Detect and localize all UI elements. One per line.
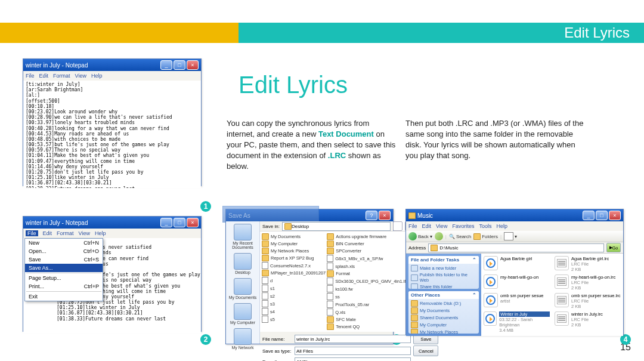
close-icon[interactable]: ×: [187, 218, 199, 227]
list-item[interactable]: d: [262, 277, 326, 284]
screenshot-explorer-music: Music _ □ × File Edit View Favorites Too…: [405, 209, 624, 335]
places-item[interactable]: My Recent Documents: [227, 224, 258, 249]
file-icon: [327, 308, 333, 316]
places-item[interactable]: My Computer: [227, 303, 258, 325]
filemenu-item[interactable]: SaveCtrl+S: [25, 255, 103, 264]
menu-format[interactable]: Format: [53, 73, 70, 79]
minimize-icon[interactable]: _: [160, 60, 172, 70]
places-item[interactable]: My Network: [227, 328, 258, 350]
filemenu-item[interactable]: Exit: [25, 292, 103, 301]
section-header: Edit Lyrics: [239, 23, 644, 43]
list-item[interactable]: My Network Places: [262, 248, 326, 254]
encoding-dropdown[interactable]: [295, 357, 411, 361]
accent-bar-left: [0, 23, 239, 43]
menu-edit[interactable]: Edit: [43, 230, 52, 236]
menu-tools[interactable]: Tools: [479, 223, 491, 229]
menu-edit[interactable]: Edit: [39, 73, 49, 79]
menu-view[interactable]: View: [75, 73, 86, 79]
maximize-icon[interactable]: □: [174, 218, 185, 227]
close-icon[interactable]: ×: [609, 211, 621, 220]
file-icon: [262, 292, 268, 300]
menu-help[interactable]: Help: [91, 73, 103, 79]
views-button[interactable]: ▾: [504, 232, 517, 240]
task-link[interactable]: Share this folder: [411, 283, 476, 289]
filename-input[interactable]: [295, 335, 411, 343]
file-menu-dropdown: NewCtrl+NOpen...Ctrl+OSaveCtrl+SSave As.…: [24, 238, 103, 301]
place-icon: [234, 224, 252, 240]
menu-view[interactable]: View: [436, 223, 447, 229]
place-icon: [234, 278, 252, 295]
minimize-icon[interactable]: _: [160, 218, 172, 227]
place-link[interactable]: My Computer: [411, 322, 476, 328]
menu-file[interactable]: File: [26, 73, 35, 79]
list-item[interactable]: MPlayer_tn1016_20091207: [262, 270, 326, 276]
cancel-button[interactable]: Cancel: [413, 345, 438, 356]
place-link[interactable]: Removable Disk (D:): [411, 300, 476, 307]
places-item[interactable]: My Documents: [227, 278, 258, 300]
explorer-files[interactable]: Agua Barbie girlAgua Barbie girl.lrcLRC …: [481, 254, 623, 336]
task-link[interactable]: Publish this folder to the Web: [411, 272, 476, 283]
places-header[interactable]: Other Places ⌃: [408, 291, 479, 299]
list-item[interactable]: s3: [262, 300, 326, 307]
close-icon[interactable]: ×: [379, 211, 391, 220]
help-icon[interactable]: ?: [366, 211, 377, 220]
search-button[interactable]: 🔍Search: [449, 234, 471, 239]
file-item[interactable]: omb sm purper sesue.lrcLRC File2 KB: [555, 293, 621, 309]
menu-help[interactable]: Help: [496, 223, 507, 229]
explorer-titlebar: Music _ □ ×: [406, 209, 623, 221]
back-icon[interactable]: [393, 221, 402, 231]
list-item[interactable]: My Computer: [262, 240, 326, 247]
folders-button[interactable]: Folders: [473, 233, 498, 240]
list-item[interactable]: ConsumeNotes2.7.x: [262, 262, 326, 269]
forward-button[interactable]: [435, 232, 443, 240]
place-link[interactable]: My Documents: [411, 307, 476, 314]
views-icon: [504, 232, 513, 240]
filemenu-item[interactable]: Page Setup...: [25, 274, 103, 282]
intro-paragraph-1: You can copy the synchronous lyrics from…: [227, 118, 397, 172]
saveastype-dropdown[interactable]: [295, 347, 411, 355]
tasks-header[interactable]: File and Folder Tasks ⌃: [408, 256, 479, 264]
filemenu-item[interactable]: NewCtrl+N: [25, 239, 103, 247]
menu-favorites[interactable]: Favorites: [452, 223, 474, 229]
address-input[interactable]: D:\Music: [428, 243, 604, 252]
menu-file[interactable]: File: [26, 230, 38, 236]
file-item[interactable]: my-heart-will-go-on.lrcLRC File2 KB: [555, 274, 621, 291]
filemenu-item[interactable]: Open...Ctrl+O: [25, 247, 103, 255]
menu-file[interactable]: File: [408, 223, 417, 229]
maximize-icon[interactable]: □: [174, 60, 185, 70]
file-item[interactable]: omb sm purper sesueartist: [484, 293, 550, 309]
maximize-icon[interactable]: □: [596, 211, 608, 220]
file-item[interactable]: Winter in July03:32:22 - Sarah Brightman…: [484, 311, 550, 333]
task-link[interactable]: Make a new folder: [411, 265, 476, 271]
list-item[interactable]: s2: [262, 292, 326, 300]
close-icon[interactable]: ×: [187, 60, 199, 70]
menu-edit[interactable]: Edit: [422, 223, 432, 229]
list-item[interactable]: My Documents: [262, 233, 326, 240]
list-item[interactable]: Report a XP SP2 Bug: [262, 255, 326, 261]
list-item[interactable]: s5: [262, 316, 326, 323]
file-item[interactable]: my-heart-will-go-on: [484, 274, 550, 291]
file-item[interactable]: Agua Barbie girl.lrcLRC File2 KB: [555, 256, 621, 272]
menu-view[interactable]: View: [79, 230, 90, 236]
place-link[interactable]: Shared Documents: [411, 314, 476, 321]
notepad2-title: winter in July - Notepad: [26, 220, 88, 226]
list-item[interactable]: s1: [262, 285, 326, 292]
place-icon: [234, 253, 252, 270]
list-item[interactable]: s4: [262, 308, 326, 315]
back-button[interactable]: Back▾: [408, 232, 432, 240]
notepad-titlebar: winter in July - Notepad _ □ ×: [23, 59, 201, 71]
places-item[interactable]: Desktop: [227, 253, 258, 274]
minimize-icon[interactable]: _: [583, 211, 595, 220]
step-bubble-1: 1: [200, 201, 211, 212]
saveas-places-bar: My Recent DocumentsDesktopMy DocumentsMy…: [226, 221, 260, 344]
filemenu-item[interactable]: Print...Ctrl+P: [25, 282, 103, 291]
menu-help[interactable]: Help: [95, 230, 106, 236]
place-link[interactable]: My Network Places: [411, 329, 476, 334]
filemenu-item[interactable]: Save As...: [25, 264, 103, 272]
savein-dropdown[interactable]: Desktop: [282, 222, 391, 231]
file-item[interactable]: winter in July.lrcLRC File2 KB: [555, 311, 621, 333]
notepad-content[interactable]: [ti:winter in July] [ar:Sarah Brightman]…: [23, 81, 201, 188]
file-item[interactable]: Agua Barbie girl: [484, 256, 550, 272]
go-button[interactable]: ▶ Go: [606, 243, 621, 252]
menu-format[interactable]: Format: [57, 230, 74, 236]
